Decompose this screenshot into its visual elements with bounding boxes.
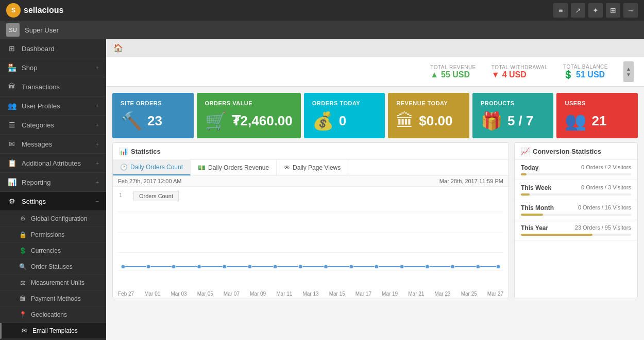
conv-year-label: This Year <box>521 224 548 232</box>
total-balance-stat: TOTAL BALANCE 💲 51 USD <box>563 64 608 79</box>
svg-point-5 <box>121 265 125 269</box>
tile-products: PRODUCTS 🎁 5 / 7 <box>472 93 554 138</box>
sidebar-subitem-order-statuses[interactable]: 🔍 Order Statuses <box>0 259 106 275</box>
content-area: 🏠 TOTAL REVENUE ▲ 55 USD TOTAL WITHDRAWA… <box>106 39 644 340</box>
tab-daily-page-views[interactable]: 👁 Daily Page Views <box>277 160 348 175</box>
conv-header-title: Conversion Statistics <box>533 148 601 155</box>
conv-header: 📈 Conversion Statistics <box>515 143 637 160</box>
tile-users-title: USERS <box>565 100 630 106</box>
svg-point-12 <box>298 265 302 269</box>
logout-icon[interactable]: → <box>623 3 638 18</box>
chart-date-end: Mar 28th, 2017 11:59 PM <box>439 178 503 184</box>
tile-site-orders: SITE ORDERS 🔨 23 <box>112 93 194 138</box>
conv-bar-bg <box>521 193 631 196</box>
sidebar-subitem-label: Global Configuration <box>31 215 87 222</box>
collapse-icon: − <box>96 198 99 204</box>
logo: S sellacious <box>6 3 63 18</box>
svg-point-9 <box>223 265 227 269</box>
joomla-icon[interactable]: ✦ <box>588 3 603 18</box>
tile-row: SITE ORDERS 🔨 23 ORDERS VALUE 🛒 ₮2,460.0… <box>106 87 644 142</box>
chart-date-start: Feb 27th, 2017 12:00 AM <box>118 178 182 184</box>
sidebar-item-user-profiles[interactable]: 👥 User Profiles + <box>0 96 106 116</box>
chart-x-labels: Feb 27 Mar 01 Mar 03 Mar 05 Mar 07 Mar 0… <box>113 290 509 298</box>
orders-today-value: 0 <box>339 113 346 129</box>
sidebar-item-messages[interactable]: ✉ Messages + <box>0 135 106 154</box>
transactions-icon: 🏛 <box>7 83 16 91</box>
svg-point-7 <box>172 265 176 269</box>
sidebar-subitem-global-config[interactable]: ⚙ Global Configuration <box>0 211 106 227</box>
sidebar-item-categories[interactable]: ☰ Categories + <box>0 116 106 135</box>
sidebar-item-dashboard[interactable]: ⊞ Dashboard <box>0 39 106 58</box>
conv-row-today: Today 0 Orders / 2 Visitors <box>515 160 637 180</box>
total-balance-value: 💲 51 USD <box>563 70 605 79</box>
products-icon: 🎁 <box>481 110 502 131</box>
clock-icon: 🕐 <box>120 164 128 171</box>
stats-scroll-button[interactable]: ▲▼ <box>623 61 634 82</box>
total-revenue-value: ▲ 55 USD <box>430 70 470 79</box>
expand-icon: + <box>96 64 99 71</box>
sidebar-subitem-currencies[interactable]: 💲 Currencies <box>0 243 106 259</box>
sidebar-item-shop[interactable]: 🏪 Shop + <box>0 58 106 77</box>
svg-point-15 <box>375 265 379 269</box>
sidebar-subitem-email-templates[interactable]: ✉ Email Templates <box>0 323 106 339</box>
username: Super User <box>25 26 59 34</box>
home-icon[interactable]: 🏠 <box>113 43 123 53</box>
messages-icon: ✉ <box>7 140 16 148</box>
total-revenue-stat: TOTAL REVENUE ▲ 55 USD <box>430 64 476 79</box>
products-value: 5 / 7 <box>507 113 534 129</box>
orders-value-icon: 🛒 <box>205 110 227 131</box>
order-statuses-icon: 🔍 <box>19 263 27 270</box>
fullscreen-icon[interactable]: ⊞ <box>606 3 620 18</box>
sidebar-subitem-label: Currencies <box>31 247 61 254</box>
tab-daily-orders-revenue[interactable]: 💵 Daily Orders Revenue <box>191 160 277 175</box>
conv-bar <box>521 173 527 175</box>
conversion-stats: 📈 Conversion Statistics Today 0 Orders /… <box>514 142 638 298</box>
chart-y-label: 1 <box>119 192 122 198</box>
sidebar-item-label: Shop <box>22 64 37 72</box>
chart-legend: Orders Count <box>133 191 179 201</box>
categories-icon: ☰ <box>7 121 16 129</box>
balance-coin-icon: 💲 <box>563 70 573 79</box>
sidebar-item-settings[interactable]: ⚙ Settings − <box>0 192 106 211</box>
sidebar-subitem-payment-methods[interactable]: 🏛 Payment Methods <box>0 291 106 307</box>
permissions-icon: 🔒 <box>19 231 27 238</box>
total-withdrawal-label: TOTAL WITHDRAWAL <box>492 64 548 70</box>
geolocations-icon: 📍 <box>19 311 27 318</box>
tile-users: USERS 👥 21 <box>556 93 638 138</box>
conv-row-this-month: This Month 0 Orders / 16 Visitors <box>515 200 637 220</box>
sidebar-item-reporting[interactable]: 📊 Reporting + <box>0 173 106 192</box>
sidebar-subitem-label: Permissions <box>31 231 64 238</box>
site-orders-value: 23 <box>147 113 162 129</box>
svg-point-10 <box>248 265 252 269</box>
tab-daily-orders-count[interactable]: 🕐 Daily Orders Count <box>113 160 191 175</box>
sidebar-subitem-label: Measurement Units <box>31 279 84 286</box>
tile-orders-today-title: ORDERS TODAY <box>312 100 377 106</box>
chart-date-bar: Feb 27th, 2017 12:00 AM Mar 28th, 2017 1… <box>113 176 509 187</box>
svg-point-11 <box>273 265 277 269</box>
total-balance-label: TOTAL BALANCE <box>563 64 608 70</box>
userbar: SU Super User <box>0 21 644 39</box>
sidebar-subitem-measurement-units[interactable]: ⚖ Measurement Units <box>0 275 106 291</box>
sidebar-item-transactions[interactable]: 🏛 Transactions <box>0 77 106 96</box>
chart-header: 📊 Statistics <box>113 143 509 160</box>
sidebar-subitem-geolocations[interactable]: 📍 Geolocations <box>0 307 106 323</box>
sidebar: ⊞ Dashboard 🏪 Shop + 🏛 Transactions 👥 Us… <box>0 39 106 340</box>
conv-bar-bg <box>521 173 631 175</box>
additional-attributes-icon: 📋 <box>7 159 16 167</box>
sidebar-subitem-label: Payment Methods <box>31 295 81 302</box>
menu-icon[interactable]: ≡ <box>553 3 568 18</box>
tile-orders-today: ORDERS TODAY 💰 0 <box>304 93 385 138</box>
total-withdrawal-stat: TOTAL WITHDRAWAL ▼ 4 USD <box>492 64 548 79</box>
sidebar-subitem-permissions[interactable]: 🔒 Permissions <box>0 227 106 243</box>
sidebar-item-additional-attributes[interactable]: 📋 Additional Attributes + <box>0 154 106 173</box>
conv-row-this-week: This Week 0 Orders / 3 Visitors <box>515 180 637 200</box>
sidebar-item-label: Settings <box>22 198 46 205</box>
tile-orders-value-title: ORDERS VALUE <box>205 100 293 106</box>
conv-row-this-year: This Year 23 Orders / 95 Visitors <box>515 220 637 240</box>
user-profiles-icon: 👥 <box>7 102 16 110</box>
users-icon: 👥 <box>565 110 586 131</box>
sidebar-subitem-label: Order Statuses <box>31 263 73 270</box>
external-link-icon[interactable]: ↗ <box>571 3 585 18</box>
revenue-up-arrow: ▲ <box>430 70 438 79</box>
svg-point-6 <box>146 265 150 269</box>
